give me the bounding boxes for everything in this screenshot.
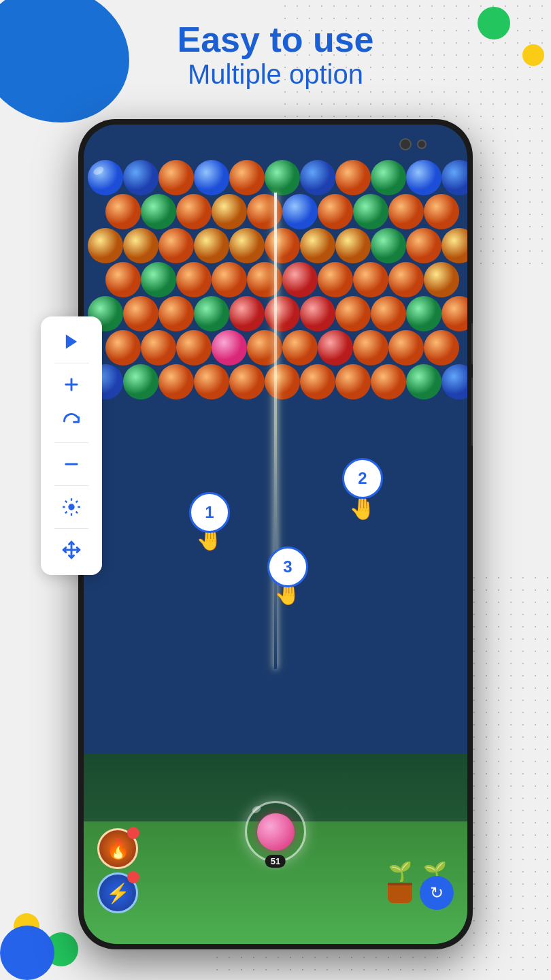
svg-point-17 <box>441 160 467 195</box>
svg-point-11 <box>229 160 265 195</box>
svg-point-60 <box>105 330 141 365</box>
settings-button[interactable] <box>51 490 92 524</box>
svg-point-42 <box>212 262 247 297</box>
svg-point-43 <box>247 262 282 297</box>
svg-point-32 <box>229 228 265 263</box>
svg-point-28 <box>88 228 123 263</box>
svg-point-64 <box>247 330 282 365</box>
svg-point-41 <box>176 262 212 297</box>
powerup-fire-badge <box>127 827 139 839</box>
svg-point-73 <box>194 364 229 399</box>
svg-point-13 <box>300 160 335 195</box>
svg-point-47 <box>388 262 424 297</box>
phone-power-button <box>471 323 473 364</box>
camera-area <box>399 138 427 150</box>
svg-point-30 <box>158 228 194 263</box>
svg-point-57 <box>371 296 406 331</box>
header-title: Easy to use <box>0 20 551 59</box>
svg-point-10 <box>194 160 229 195</box>
svg-point-61 <box>141 330 176 365</box>
svg-point-24 <box>318 194 353 229</box>
plus-icon <box>62 375 81 394</box>
phone-screen: 1 2 3 🤚 🤚 🤚 🔥 <box>84 125 467 944</box>
svg-point-14 <box>335 160 371 195</box>
move-icon <box>62 540 81 559</box>
svg-point-56 <box>335 296 371 331</box>
svg-point-36 <box>371 228 406 263</box>
shooter-ring <box>245 801 306 862</box>
touch-point-3: 3 <box>267 546 308 587</box>
game-area: 1 2 3 🤚 🤚 🤚 🔥 <box>84 125 467 944</box>
redo-button[interactable] <box>51 404 92 438</box>
svg-point-19 <box>141 194 176 229</box>
svg-point-77 <box>335 364 371 399</box>
svg-point-54 <box>265 296 300 331</box>
svg-point-22 <box>247 194 282 229</box>
svg-point-18 <box>105 194 141 229</box>
svg-marker-0 <box>66 335 77 349</box>
svg-point-55 <box>300 296 335 331</box>
svg-point-44 <box>282 262 318 297</box>
svg-point-16 <box>406 160 441 195</box>
touch-point-1: 1 <box>189 492 230 533</box>
plant-icon-1: 🌱 <box>388 860 412 883</box>
redo-icon <box>62 412 81 431</box>
phone-inner: 1 2 3 🤚 🤚 🤚 🔥 <box>84 125 467 944</box>
svg-point-37 <box>406 228 441 263</box>
header-subtitle: Multiple option <box>0 59 551 90</box>
svg-point-65 <box>282 330 318 365</box>
svg-point-48 <box>424 262 459 297</box>
svg-point-51 <box>158 296 194 331</box>
play-icon <box>62 332 81 351</box>
svg-point-50 <box>123 296 158 331</box>
svg-point-29 <box>123 228 158 263</box>
svg-point-33 <box>265 228 300 263</box>
svg-point-12 <box>265 160 300 195</box>
svg-point-4 <box>69 505 74 510</box>
divider-4 <box>54 528 88 529</box>
zoom-in-button[interactable] <box>51 368 92 402</box>
svg-point-20 <box>176 194 212 229</box>
svg-point-45 <box>318 262 353 297</box>
svg-point-26 <box>388 194 424 229</box>
divider-2 <box>54 442 88 443</box>
refresh-button[interactable]: ↻ <box>420 876 454 910</box>
shooter-bubble <box>257 813 295 851</box>
svg-point-39 <box>105 262 141 297</box>
svg-point-52 <box>194 296 229 331</box>
svg-point-62 <box>176 330 212 365</box>
svg-point-25 <box>353 194 388 229</box>
svg-point-71 <box>123 364 158 399</box>
phone-volume-button <box>471 378 473 446</box>
svg-point-35 <box>335 228 371 263</box>
svg-point-34 <box>300 228 335 263</box>
divider-3 <box>54 485 88 486</box>
svg-point-75 <box>265 364 300 399</box>
svg-point-58 <box>406 296 441 331</box>
powerup-lightning[interactable]: ⚡ <box>97 872 138 913</box>
svg-point-67 <box>353 330 388 365</box>
svg-point-15 <box>371 160 406 195</box>
play-button[interactable] <box>51 325 92 359</box>
deco-circle-blue-bottom <box>0 926 54 980</box>
svg-point-8 <box>123 160 158 195</box>
sidebar-controls <box>41 316 102 575</box>
powerup-lightning-badge <box>127 871 139 883</box>
svg-point-69 <box>424 330 459 365</box>
svg-point-74 <box>229 364 265 399</box>
svg-point-68 <box>388 330 424 365</box>
svg-point-80 <box>441 364 467 399</box>
powerup-fire[interactable]: 🔥 <box>97 828 138 869</box>
svg-point-27 <box>424 194 459 229</box>
svg-point-79 <box>406 364 441 399</box>
touch-point-2: 2 <box>342 458 383 499</box>
svg-point-21 <box>212 194 247 229</box>
svg-point-66 <box>318 330 353 365</box>
gear-icon <box>62 497 81 517</box>
plant-pot-1: 🌱 <box>388 860 412 903</box>
phone-frame: 1 2 3 🤚 🤚 🤚 🔥 <box>78 119 473 949</box>
camera-lens-1 <box>399 138 412 150</box>
move-button[interactable] <box>51 533 92 567</box>
svg-point-59 <box>441 296 467 331</box>
zoom-out-button[interactable] <box>51 447 92 481</box>
